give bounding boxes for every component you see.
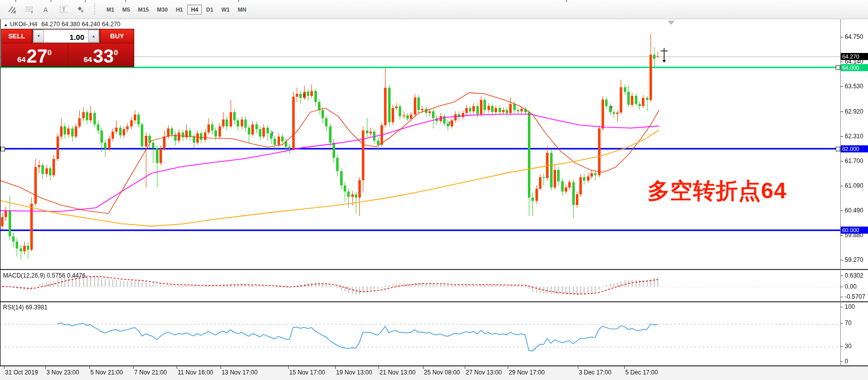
toolbar-divider-notch <box>125 0 126 2</box>
timeframe-m1-button[interactable]: M1 <box>103 5 118 15</box>
volume-increase-button[interactable]: ▲ <box>88 30 99 42</box>
timeframe-w1-button[interactable]: W1 <box>218 5 234 15</box>
drawing-tools-group: EFAT <box>0 0 89 19</box>
timeframe-d1-button[interactable]: D1 <box>203 5 217 15</box>
sell-price-pips: 27 <box>27 48 47 64</box>
price-axis-tick: 62.310 <box>845 133 863 140</box>
toolbar-divider-notch <box>15 0 16 2</box>
volume-decrease-button[interactable]: ▼ <box>33 30 44 42</box>
time-axis-label: 3 Nov 23:00 <box>46 369 79 376</box>
shapes-icon[interactable] <box>73 3 88 16</box>
time-axis-label: 27 Nov 13:00 <box>466 369 502 376</box>
sell-price-display[interactable]: 64 27 0 <box>2 43 68 66</box>
ohlc-readout: 64.270 64.380 64.240 64.270 <box>41 21 121 28</box>
time-axis-label: 25 Nov 08:00 <box>424 369 460 376</box>
macd-scale-label: 0.6302 <box>845 272 863 279</box>
toolbar-grip[interactable] <box>94 4 95 16</box>
time-axis-label: 7 Nov 21:00 <box>134 369 167 376</box>
price-axis-tick: 60.490 <box>845 207 863 214</box>
timeframe-m5-button[interactable]: M5 <box>119 5 133 15</box>
timeframe-m30-button[interactable]: M30 <box>153 5 171 15</box>
svg-text:F: F <box>31 11 33 14</box>
timeframe-h4-button[interactable]: H4 <box>187 5 201 15</box>
buy-price-pips: 33 <box>93 48 114 64</box>
buy-button[interactable]: BUY <box>100 29 134 43</box>
macd-scale-label: -0.5707 <box>845 293 865 300</box>
time-axis-label: 11 Nov 16:00 <box>178 369 213 376</box>
equidistant-channel-icon[interactable]: E <box>4 3 19 16</box>
rsi-scale-label: 100 <box>845 303 855 310</box>
one-click-trading-panel: SELL ▼ ▲ BUY 64 27 0 64 33 0 <box>1 29 134 67</box>
rsi-scale-label: 30 <box>845 343 851 350</box>
time-axis-label: 5 Nov 21:00 <box>90 369 123 376</box>
sell-price-whole: 64 <box>17 56 26 63</box>
svg-text:E: E <box>14 11 16 14</box>
price-axis-tick: 59.270 <box>845 256 863 263</box>
time-axis-label: 3 Dec 17:00 <box>579 369 612 376</box>
chart-annotation-text[interactable]: 多空转折点64 <box>647 176 787 206</box>
sell-price-point: 0 <box>47 48 51 56</box>
price-axis-tag: 64.270 <box>841 53 868 60</box>
time-axis-label: 13 Nov 17:00 <box>222 369 257 376</box>
rsi-scale-label: 0 <box>845 358 848 365</box>
time-axis-label: 31 Oct 2019 <box>5 369 38 376</box>
price-axis-tick: 61.700 <box>845 157 863 165</box>
price-axis-tag: 62.000 <box>841 145 868 152</box>
buy-price-point: 0 <box>114 48 118 56</box>
price-axis-tag: 60.000 <box>841 227 868 234</box>
toolbar-divider-notch <box>85 0 86 2</box>
price-axis-tick: 64.750 <box>845 33 863 40</box>
toolbar-divider-notch <box>238 0 239 2</box>
price-axis-tick: 61.090 <box>845 182 863 189</box>
price-axis-tick: 63.530 <box>845 83 863 90</box>
timeframe-h1-button[interactable]: H1 <box>172 5 186 15</box>
timeframe-mn-button[interactable]: MN <box>234 5 250 15</box>
macd-indicator-label: MACD(12,26,9) 0.5756 0.4476 <box>3 272 85 279</box>
collapse-panel-icon[interactable]: ▲ <box>4 22 8 27</box>
fibonacci-icon[interactable]: F <box>21 3 36 16</box>
text-label-icon[interactable]: T <box>56 3 71 16</box>
volume-stepper: ▼ ▲ <box>33 29 99 43</box>
buy-price-whole: 64 <box>84 56 92 63</box>
svg-text:T: T <box>62 7 66 13</box>
time-axis-label: 21 Nov 13:00 <box>379 369 415 376</box>
time-axis-label: 5 Dec 17:00 <box>625 369 658 376</box>
svg-text:A: A <box>43 6 48 14</box>
terminal-window: EFAT M1M5M15M30H1H4D1W1MN ▲UKOil-,H464.2… <box>0 0 868 380</box>
toolbar-divider-notch <box>566 0 567 2</box>
price-axis-tick: 62.920 <box>845 108 863 115</box>
toolbar-divider-notch <box>50 0 51 2</box>
symbol-name: UKOil-,H4 <box>10 21 37 28</box>
rsi-indicator-label: RSI(14) 69.3981 <box>3 304 47 311</box>
time-axis-label: 19 Nov 13:00 <box>336 369 372 376</box>
arrows-tool-icon[interactable]: A <box>38 3 53 16</box>
timeframe-m15-button[interactable]: M15 <box>135 5 152 15</box>
timeframe-group: M1M5M15M30H1H4D1W1MN <box>99 0 250 19</box>
price-axis-tag: 64.000 <box>841 64 868 71</box>
sell-button[interactable]: SELL <box>2 29 32 43</box>
volume-input[interactable] <box>44 30 88 42</box>
time-axis-label: 29 Nov 17:00 <box>509 369 545 376</box>
rsi-scale-label: 70 <box>845 319 851 327</box>
time-axis-label: 15 Nov 17:00 <box>289 369 325 376</box>
chart-title: ▲UKOil-,H464.270 64.380 64.240 64.270 <box>4 21 121 28</box>
buy-price-display[interactable]: 64 33 0 <box>68 43 134 66</box>
macd-scale-label: 0.00 <box>845 283 856 290</box>
toolbar: EFAT M1M5M15M30H1H4D1W1MN <box>0 0 868 19</box>
